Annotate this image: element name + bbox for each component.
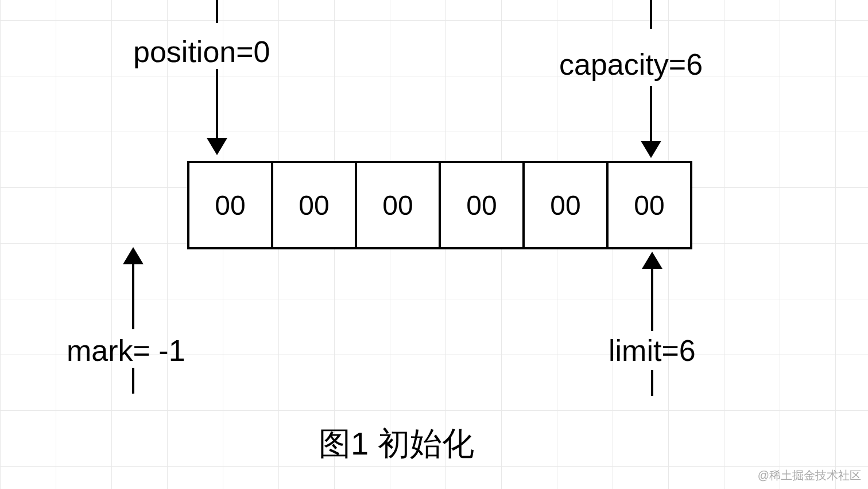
buffer-cell: 00	[357, 163, 441, 247]
buffer-cell: 00	[273, 163, 357, 247]
position-label: position=0	[133, 34, 270, 69]
buffer-array: 00 00 00 00 00 00	[187, 161, 692, 249]
figure-caption: 图1 初始化	[319, 422, 474, 466]
capacity-label: capacity=6	[559, 47, 703, 82]
buffer-cell: 00	[609, 163, 692, 247]
mark-label: mark= -1	[67, 333, 185, 368]
watermark: @稀土掘金技术社区	[758, 468, 861, 483]
buffer-diagram: position=0 capacity=6 00 00 00 00 00 00 …	[0, 0, 868, 489]
buffer-cell: 00	[441, 163, 525, 247]
limit-label: limit=6	[609, 333, 696, 368]
buffer-cell: 00	[525, 163, 609, 247]
buffer-cell: 00	[189, 163, 273, 247]
